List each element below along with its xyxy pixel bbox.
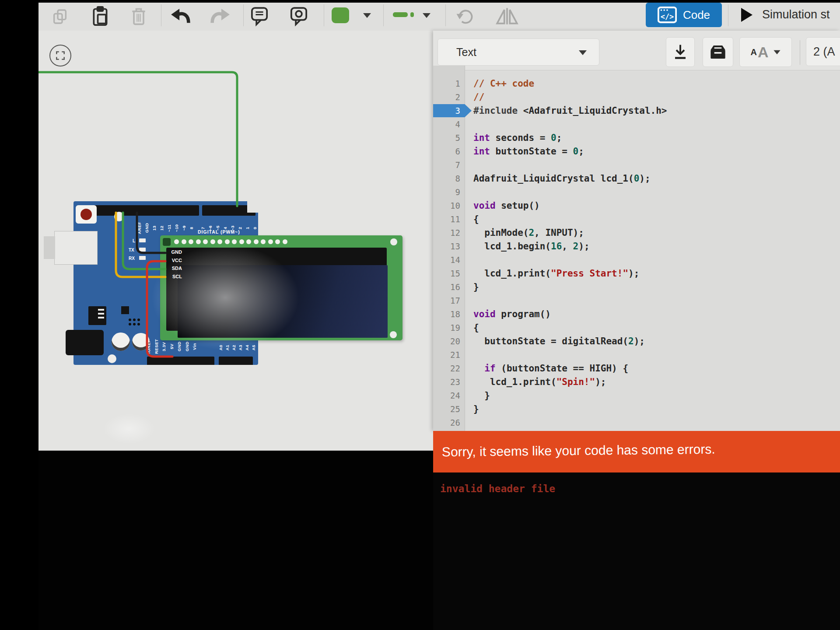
libraries-button[interactable] bbox=[703, 37, 733, 67]
lcd-pin-label: VCC bbox=[161, 258, 182, 263]
pin-label: A3 bbox=[238, 340, 243, 355]
pin-label: GND bbox=[144, 218, 150, 238]
mounting-hole bbox=[114, 212, 124, 221]
components-dropdown[interactable]: 2 (A bbox=[806, 37, 840, 66]
lcd-mounting-hole bbox=[390, 238, 397, 245]
lcd-header-pin bbox=[246, 239, 251, 244]
line-number: 20 bbox=[433, 335, 460, 348]
icsp-pin bbox=[129, 323, 131, 326]
line-number: 6 bbox=[433, 145, 460, 158]
line-number: 5 bbox=[433, 131, 460, 145]
lcd-bezel bbox=[166, 248, 387, 331]
rotate-button[interactable] bbox=[453, 6, 475, 26]
screen-bezel-bottom bbox=[38, 451, 433, 630]
lcd-header-pin bbox=[182, 239, 186, 244]
console-error-text: invalid header file bbox=[440, 483, 555, 494]
lcd-mounting-hole bbox=[390, 331, 397, 338]
wire-style-caret[interactable] bbox=[423, 13, 430, 18]
chevron-down-icon bbox=[774, 50, 780, 54]
icsp-pin bbox=[133, 323, 136, 326]
led-tx-label: TX bbox=[129, 248, 134, 252]
redo-button[interactable] bbox=[208, 7, 233, 25]
mounting-hole bbox=[108, 354, 116, 363]
line-number: 2 bbox=[433, 91, 460, 104]
lcd-header-pin bbox=[225, 239, 230, 244]
undo-button[interactable] bbox=[168, 7, 192, 25]
lcd-header-pin bbox=[283, 239, 287, 244]
screen-bezel-top bbox=[0, 0, 840, 3]
icsp-header bbox=[129, 318, 142, 327]
lcd-16x2-display[interactable]: GNDVCCSDASCL bbox=[160, 235, 402, 340]
code-line: int seconds = 0; bbox=[473, 131, 562, 145]
line-number: 24 bbox=[433, 389, 460, 402]
line-number: 1 bbox=[433, 77, 460, 91]
tinkercad-circuits-app: Sorry, it seems like your code has some … bbox=[0, 0, 840, 630]
reset-button[interactable] bbox=[76, 205, 97, 224]
line-number: 23 bbox=[433, 375, 460, 389]
toolbar-separator bbox=[445, 4, 446, 26]
reset-button-cap bbox=[80, 209, 92, 220]
wire-style-pill-icon[interactable] bbox=[393, 12, 408, 17]
pin-label: IOREF bbox=[146, 338, 151, 355]
code-mode-select[interactable]: Text bbox=[438, 38, 599, 66]
mirror-button[interactable] bbox=[493, 6, 522, 26]
line-number: 13 bbox=[433, 240, 460, 253]
toolbar-separator bbox=[383, 4, 384, 26]
lcd-header-pin bbox=[261, 239, 266, 244]
code-line: lcd_1.print("Press Start!"); bbox=[473, 267, 639, 280]
lcd-header-pin bbox=[254, 239, 259, 244]
pin-label: GND bbox=[184, 338, 190, 355]
pin-label: 5V bbox=[169, 338, 175, 355]
code-line: { bbox=[473, 213, 479, 226]
screen-bezel-left bbox=[0, 0, 38, 630]
color-picker-swatch[interactable] bbox=[332, 7, 349, 23]
download-icon bbox=[672, 43, 688, 61]
pin-label: RESET bbox=[154, 338, 159, 355]
zoom-to-fit-button[interactable] bbox=[49, 45, 71, 66]
smd-component bbox=[121, 306, 129, 314]
delete-button[interactable] bbox=[128, 5, 150, 27]
line-number: 10 bbox=[433, 199, 460, 213]
line-number: 19 bbox=[433, 321, 460, 335]
pin-label: Vin bbox=[192, 338, 197, 355]
pin-label: 13 bbox=[151, 218, 157, 238]
download-code-button[interactable] bbox=[666, 37, 695, 67]
notes-button[interactable] bbox=[248, 5, 271, 27]
lcd-header-pin bbox=[174, 239, 179, 244]
component-view-button[interactable] bbox=[287, 5, 311, 27]
start-simulation-play-icon[interactable] bbox=[741, 8, 752, 22]
line-number: 25 bbox=[433, 402, 460, 416]
line-number: 22 bbox=[433, 362, 460, 375]
header-separator bbox=[800, 40, 800, 65]
voltage-regulator bbox=[88, 306, 106, 325]
line-number: 15 bbox=[433, 267, 460, 280]
lcd-header-pin bbox=[268, 239, 273, 244]
code-line: // C++ code bbox=[473, 77, 534, 91]
code-line: #include <Adafruit_LiquidCrystal.h> bbox=[473, 104, 667, 118]
line-number: 4 bbox=[433, 118, 460, 131]
wire-style-pill-icon[interactable] bbox=[410, 12, 414, 17]
lcd-header-pin bbox=[210, 239, 215, 244]
led-l-label: L bbox=[133, 238, 135, 243]
font-size-large-glyph: A bbox=[758, 44, 769, 61]
arduino-power-jack bbox=[66, 330, 104, 355]
code-line: lcd_1.print("Spin!"); bbox=[473, 375, 606, 389]
font-size-button[interactable]: A A bbox=[739, 37, 792, 67]
line-number: 18 bbox=[433, 308, 460, 321]
code-line: buttonState = digitalRead(2); bbox=[473, 335, 645, 348]
toolbar-separator bbox=[243, 4, 244, 26]
code-button[interactable]: </> Code bbox=[646, 3, 722, 27]
fit-frame-icon bbox=[55, 50, 66, 61]
icsp-pin bbox=[137, 318, 140, 321]
start-simulation-label[interactable]: Simulation st bbox=[762, 8, 830, 21]
code-button-label: Code bbox=[683, 8, 710, 22]
color-picker-caret[interactable] bbox=[363, 13, 371, 18]
capacitor bbox=[112, 332, 130, 351]
rotate-icon bbox=[455, 7, 473, 25]
svg-text:</>: </> bbox=[661, 12, 674, 21]
paste-button[interactable] bbox=[90, 5, 111, 27]
code-line: int buttonState = 0; bbox=[473, 145, 584, 158]
copy-button[interactable] bbox=[49, 7, 71, 26]
lcd-header-pin bbox=[203, 239, 208, 244]
lcd-header-pin bbox=[196, 239, 201, 244]
